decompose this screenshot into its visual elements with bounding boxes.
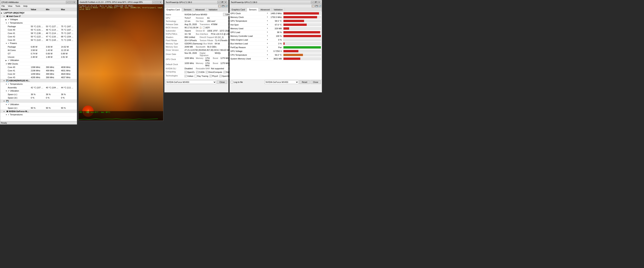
temp-core0: Core #0 55 °C (131 ... 46 °C (114 ... 75… xyxy=(0,28,77,31)
gpuz-right-gpu-select[interactable]: NVIDIA GeForce MX450 xyxy=(264,80,298,84)
temp-core2: Core #2 50 °C (122 ... 47 °C (116 ... 68… xyxy=(0,35,77,38)
bar-video-engine xyxy=(283,38,321,41)
hwmonitor-statusbar: Ready xyxy=(0,121,77,124)
gpuz-left-title: TechPowerUp GPU-Z 2.38.0 xyxy=(166,1,192,3)
hwmonitor-content[interactable]: ▶ LAPTOP-UBQG79QV ▼ 🖥 Intel Core i7 ▶✓ V… xyxy=(0,11,77,121)
sensor-hot-spot: Hot Spot ▼ 67.6 °C xyxy=(230,23,322,27)
gpuz-right-tool1[interactable]: 📋 xyxy=(312,5,315,7)
menu-tools[interactable]: Tools xyxy=(15,5,21,7)
sensor-video-engine: Video Engine Load ▼ 0 % xyxy=(230,38,322,42)
sensor-bus-if-load: Bus Interface Load ▼ 3 % xyxy=(230,42,322,45)
space-e: Space (e:) 90 % 90 % 90 % xyxy=(0,106,77,110)
gpuz-right-close-btn[interactable]: ✕ xyxy=(318,1,321,3)
device-laptop: ▶ LAPTOP-UBQG79QV xyxy=(0,11,77,14)
device-drive: ▼ 💾 xyxy=(0,99,77,103)
gpuz-right-tool2[interactable]: 💾 xyxy=(315,5,318,7)
gpuz-right-close-button[interactable]: Close xyxy=(310,80,321,84)
gpuz-right-controls: — 🗗 ✕ xyxy=(311,1,321,3)
tab-validation-left[interactable]: Validation xyxy=(206,8,220,11)
sensor-sys-mem: System Memory Used ▼ 3653 MB xyxy=(230,57,322,61)
log-to-file-label: Log to file xyxy=(234,81,243,83)
bar-bus-if-load xyxy=(283,42,321,45)
gpuz-left-gpu-select[interactable]: NVIDIA GeForce MX450 xyxy=(166,80,216,84)
gpuz-left-tool3[interactable]: 🔗 xyxy=(225,5,228,7)
gpuz-left-window: TechPowerUp GPU-Z 2.38.0 — 🗗 ✕ 📋 💾 🔗 Gra… xyxy=(164,0,228,92)
sensor-cpu-temp: CPU Temperature ▼ 56.0 °C xyxy=(230,53,322,57)
gpuz-left-restore[interactable]: 🗗 xyxy=(221,1,224,3)
sensor-gpu-temp: GPU Temperature ▼ 58.5 °C xyxy=(230,19,322,23)
sensor-gpu-clock: GPU Clock ▼ 1485.0 MHz xyxy=(230,11,322,15)
field-technologies: Technologies ✓ Vulkan Ray Tracing ✓ Phy xyxy=(166,74,234,78)
sensor-perfcap: PerfCap Reason ▼ Pwr xyxy=(230,45,322,49)
tab-validation-right[interactable]: Validation xyxy=(272,8,285,11)
status-text: Ready xyxy=(1,122,7,124)
furmark-minimize[interactable]: — xyxy=(152,1,155,3)
tab-sensors-left[interactable]: Sensors xyxy=(182,8,194,11)
furmark-window: Geeks3D FurMark v1.21.2.0 - 17FPS, GPU1 … xyxy=(78,0,163,121)
gpuz-right-window: TechPowerUp GPU-Z 2.38.0 — 🗗 ✕ 📋 💾 🔗 Gra… xyxy=(230,0,322,92)
furmark-render-area: FurMark v1.21.2.0 - Burn-in test, 2560x1… xyxy=(78,4,163,121)
space-d: Space (d:) 0 % 0 % 0 % xyxy=(0,96,77,99)
field-computing: Computing ✓ OpenCL ✓ CUDA ✓ DirectComput xyxy=(166,70,234,74)
menu-file[interactable]: File xyxy=(1,5,6,7)
field-memory-type: Memory Type GDDR5 (Samsung) Bus Width 64… xyxy=(166,42,234,45)
power-gt: GT 0.74 W 0.06 W 0.89 W xyxy=(0,52,77,55)
group-temperatures: ▼✓ Temperatures xyxy=(0,21,77,25)
menu-help[interactable]: Help xyxy=(23,5,28,7)
gpuz-sensor-content[interactable]: GPU Clock ▼ 1485.0 MHz Memory Clock ▼ 17… xyxy=(230,11,322,79)
hwmonitor-menubar: File View Tools Help xyxy=(0,4,77,8)
gpuz-left-close-button[interactable]: Close xyxy=(217,80,227,84)
field-release: Release Date Aug 25, 2020 Transistors 47… xyxy=(166,23,234,26)
gpuz-right-tool3[interactable]: 🔗 xyxy=(318,5,322,7)
group-kbg-util: ▼✓ Utilization xyxy=(0,89,77,93)
hwmonitor-maximize[interactable]: □ xyxy=(69,1,72,3)
tab-advanced-left[interactable]: Advanced xyxy=(194,8,206,11)
furmark-close[interactable]: ✕ xyxy=(159,1,162,3)
gpuz-left-close[interactable]: ✕ xyxy=(224,1,227,3)
tab-sensors-right[interactable]: Sensors xyxy=(247,8,258,11)
log-checkbox[interactable] xyxy=(231,81,233,83)
bios-copy-icon[interactable]: 📋 xyxy=(200,27,202,29)
group-drive-util: ▼✓ Utilization xyxy=(0,103,77,106)
hwmonitor-window: CPUID HWMonitor — □ ✕ File View Tools He… xyxy=(0,0,77,125)
hwmonitor-column-headers: Sensor Value Min Max xyxy=(0,8,77,11)
gpuz-right-tabs: Graphics Card Sensors Advanced Validatio… xyxy=(230,8,322,11)
gpuz-left-minimize[interactable]: — xyxy=(217,1,220,3)
field-driver-date: Driver Date Nov 06, 2020 Digital Signatu… xyxy=(166,52,234,57)
log-to-file-area: Log to file xyxy=(231,81,243,83)
hwmonitor-close[interactable]: ✕ xyxy=(73,1,76,3)
field-subvendor: Subvendor Xiaomi Device ID 10DE 1F97 - 1… xyxy=(166,29,234,32)
gpuz-left-controls: — 🗗 ✕ xyxy=(217,1,227,3)
tab-advanced-right[interactable]: Advanced xyxy=(258,8,272,11)
gpuz-right-restore[interactable]: 🗗 xyxy=(314,1,317,3)
furmark-maximize[interactable]: □ xyxy=(156,1,159,3)
power-package: Package 6.80 W 3.56 W 14.62 W xyxy=(0,45,77,48)
clock-core2: Core #2 1299 MHz 399 MHz 4820 MHz xyxy=(0,72,77,76)
gpuz-left-tool2[interactable]: 💾 xyxy=(222,5,224,7)
gpuz-left-tabs: Graphics Card Sensors Advanced Validatio… xyxy=(164,8,228,11)
tab-graphics-card[interactable]: Graphics Card xyxy=(164,8,182,11)
gpuz-right-toolbar: 📋 💾 🔗 xyxy=(230,4,322,8)
menu-view[interactable]: View xyxy=(7,5,13,7)
field-technology: Technology 12 nm Die Size 200 mm² xyxy=(166,20,234,23)
col-value: Value xyxy=(31,8,46,10)
field-shaders: Shaders 896 Unified DirectX Support 12 (… xyxy=(166,36,234,39)
tab-graphics-card-right[interactable]: Graphics Card xyxy=(230,8,247,11)
furmark-graph-svg xyxy=(78,115,163,121)
gpuz-right-bottom: Log to file NVIDIA GeForce MX450 Reset C… xyxy=(230,79,322,85)
reset-button[interactable]: Reset xyxy=(299,80,310,84)
space-c: Space (c:) 36 % 36 % 36 % xyxy=(0,93,77,96)
gpuz-right-minimize[interactable]: — xyxy=(311,1,314,3)
temp-core3: Core #3 50 °C (122 ... 48 °C (118 ... 71… xyxy=(0,38,77,42)
field-default-clock: Default Clock 1035 MHz Memory 1751 MHz B… xyxy=(166,62,234,67)
col-min: Min xyxy=(46,8,61,10)
hwmonitor-minimize[interactable]: — xyxy=(66,1,69,3)
device-nvidia: ▼ 🖥 NVIDIA GeForce M... xyxy=(0,110,77,113)
gpuz-right-title: TechPowerUp GPU-Z 2.38.0 xyxy=(231,1,257,3)
gpuz-left-tool1[interactable]: 📋 xyxy=(218,5,221,7)
gpuz-left-titlebar: TechPowerUp GPU-Z 2.38.0 — 🗗 ✕ xyxy=(164,0,228,4)
furmark-graph: GPU 1: 58°C (min:61°C - max: 88°C) xyxy=(78,111,163,121)
physx-check: ✓ PhysX xyxy=(210,75,218,77)
power-uncore: Uncore 2.48 W 1.98 W 2.81 W xyxy=(0,55,77,59)
bar-gpu-clock xyxy=(283,12,321,15)
